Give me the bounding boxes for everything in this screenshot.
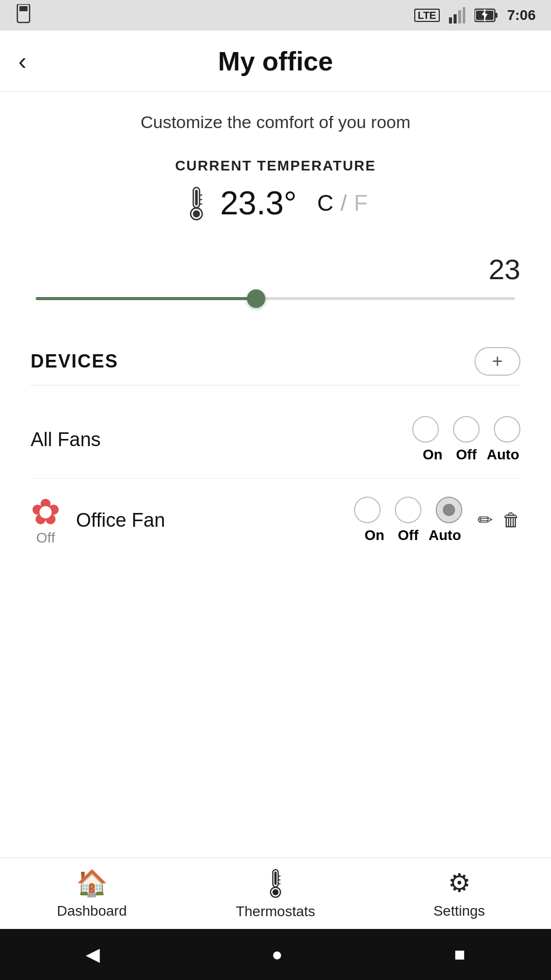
all-fans-auto-label: Auto <box>487 447 513 463</box>
office-fan-radio-buttons <box>354 497 462 523</box>
all-fans-radio-group: On Off Auto <box>412 416 520 463</box>
temp-unit-selector[interactable]: C / F <box>317 190 368 216</box>
add-device-button[interactable]: + <box>474 347 520 376</box>
page-title: My office <box>218 46 333 77</box>
all-fans-off-radio[interactable] <box>453 416 480 443</box>
status-bar: LTE 7:06 <box>0 0 551 31</box>
temp-display: 23.3° C / F <box>31 184 520 222</box>
nav-thermostats[interactable]: Thermostats <box>184 868 367 920</box>
office-fan-row: ✿ Off Office Fan On Off Auto ✏ 🗑 <box>31 479 520 561</box>
unit-separator: / <box>340 190 346 216</box>
status-bar-left <box>15 4 32 27</box>
subtitle-text: Customize the comfort of you room <box>31 112 520 132</box>
svg-point-21 <box>272 889 279 895</box>
fan-controls: On Off Auto ✏ 🗑 <box>354 497 520 544</box>
svg-rect-4 <box>458 10 461 23</box>
sim-icon <box>15 4 32 24</box>
page-header: ‹ My office <box>0 31 551 92</box>
svg-rect-3 <box>454 14 457 23</box>
office-fan-off-label: Off <box>395 527 421 544</box>
svg-rect-1 <box>19 6 28 11</box>
settings-label: Settings <box>433 903 485 919</box>
svg-rect-19 <box>274 871 277 885</box>
settings-icon: ⚙ <box>448 868 471 898</box>
all-fans-label: All Fans <box>31 429 101 451</box>
slider-thumb[interactable] <box>247 289 265 308</box>
all-fans-row: All Fans On Off Auto <box>31 401 520 479</box>
devices-label: DEVICES <box>31 351 118 372</box>
dashboard-icon: 🏠 <box>76 868 108 898</box>
nav-settings[interactable]: ⚙ Settings <box>367 868 551 919</box>
status-time: 7:06 <box>507 7 536 23</box>
all-fans-auto-radio[interactable] <box>494 416 520 443</box>
office-fan-on-radio[interactable] <box>354 497 381 523</box>
slider-track-fill <box>36 297 256 300</box>
svg-rect-2 <box>449 17 452 23</box>
fan-icon: ✿ <box>31 494 61 530</box>
all-fans-on-label: On <box>419 447 446 463</box>
main-content: Customize the comfort of you room CURREN… <box>0 92 551 561</box>
thermostats-icon <box>263 868 288 898</box>
nav-dashboard[interactable]: 🏠 Dashboard <box>0 868 184 919</box>
bottom-nav: 🏠 Dashboard Thermostats ⚙ Settings <box>0 857 551 929</box>
thermometer-icon <box>183 185 210 221</box>
thermostats-label: Thermostats <box>236 903 315 920</box>
all-fans-radio-labels: On Off Auto <box>419 447 513 463</box>
fan-status: Off <box>36 530 55 546</box>
svg-marker-5 <box>463 7 465 23</box>
sys-home-button[interactable]: ● <box>271 944 283 965</box>
office-fan-auto-label: Auto <box>429 527 455 544</box>
office-fan-off-radio[interactable] <box>395 497 421 523</box>
unit-fahrenheit[interactable]: F <box>354 190 368 216</box>
signal-icon <box>449 7 465 23</box>
slider-track[interactable] <box>36 291 515 306</box>
dashboard-label: Dashboard <box>57 903 127 919</box>
unit-celsius[interactable]: C <box>317 190 334 216</box>
slider-value: 23 <box>31 253 520 286</box>
all-fans-radio-buttons <box>412 416 520 443</box>
temperature-slider-section: 23 <box>31 253 520 306</box>
office-fan-radio-group: On Off Auto <box>354 497 462 544</box>
fan-action-icons: ✏ 🗑 <box>478 509 520 531</box>
office-fan-on-label: On <box>361 527 388 544</box>
fan-icon-container: ✿ Off <box>31 494 61 546</box>
sys-back-button[interactable]: ◀ <box>86 944 100 965</box>
current-temp-label: CURRENT TEMPERATURE <box>31 158 520 174</box>
office-fan-auto-radio[interactable] <box>436 497 462 523</box>
back-button[interactable]: ‹ <box>18 49 27 74</box>
all-fans-on-radio[interactable] <box>412 416 439 443</box>
fan-name: Office Fan <box>76 509 354 531</box>
battery-icon <box>474 8 498 22</box>
all-fans-off-label: Off <box>453 447 480 463</box>
office-fan-radio-labels: On Off Auto <box>361 527 455 544</box>
temp-value: 23.3° <box>220 184 296 222</box>
sys-recent-button[interactable]: ■ <box>454 944 465 965</box>
svg-point-14 <box>193 210 200 217</box>
edit-fan-button[interactable]: ✏ <box>478 509 493 531</box>
delete-fan-button[interactable]: 🗑 <box>502 509 520 531</box>
lte-badge: LTE <box>414 9 440 22</box>
system-nav: ◀ ● ■ <box>0 929 551 980</box>
svg-rect-12 <box>195 190 198 206</box>
svg-rect-7 <box>495 13 497 18</box>
devices-header: DEVICES + <box>31 347 520 385</box>
